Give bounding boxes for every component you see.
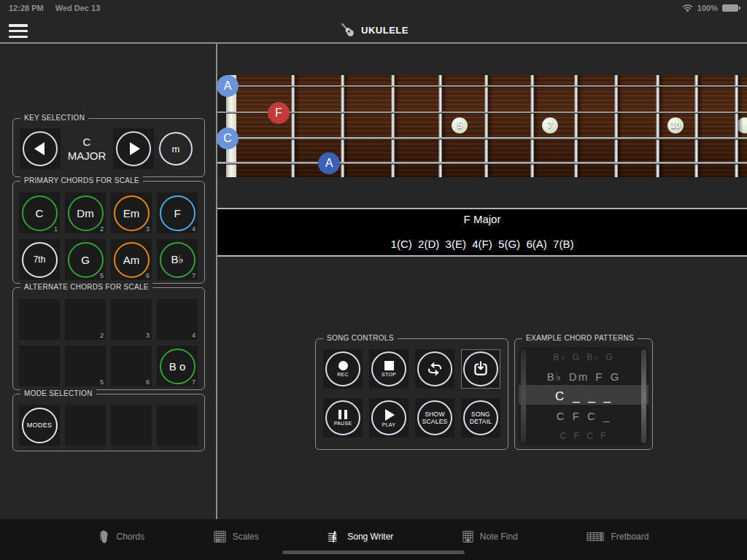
song-detail-button[interactable]: SONGDETAIL — [461, 398, 500, 438]
mode-pad-4[interactable] — [157, 405, 198, 446]
previous-arrow-icon — [34, 142, 44, 155]
string-2 — [217, 112, 747, 113]
alternate-chords-legend: ALTERNATE CHORDS FOR SCALE — [20, 283, 152, 291]
alternate-chords-panel: ALTERNATE CHORDS FOR SCALE 2 3 4 — [12, 287, 205, 390]
stop-icon — [384, 361, 394, 370]
string-1 — [217, 85, 747, 87]
song-writer-tab-icon — [328, 529, 341, 544]
tab-scales[interactable]: Scales — [214, 530, 259, 543]
record-button[interactable]: REC — [323, 349, 363, 389]
picker-scrollbar[interactable] — [641, 349, 646, 443]
current-key-label: C MAJOR — [61, 135, 113, 163]
chord-pad-bflat[interactable]: B♭ 7 — [157, 239, 198, 280]
fret-inlay-7: 7 — [542, 117, 558, 133]
pattern-row[interactable]: C F C F — [527, 426, 640, 446]
header-divider — [0, 42, 747, 44]
chord-pattern-picker[interactable]: B♭ G B♭ G B♭ Dm F G C _ _ _ C F C _ C F … — [519, 347, 649, 446]
export-icon — [471, 359, 490, 378]
string-3 — [217, 137, 747, 139]
fret-inlay-5: 5 — [452, 117, 468, 133]
fret-inlay-10: 10 — [667, 117, 684, 133]
status-time: 12:28 PM — [9, 4, 44, 12]
note-marker-a-open: A — [217, 75, 239, 97]
song-controls-legend: SONG CONTROLS — [323, 334, 398, 342]
app-screen: 12:28 PM Wed Dec 13 100% UKULELE KEY — [0, 0, 747, 560]
loop-icon — [425, 360, 444, 378]
mode-selection-panel: MODE SELECTION MODES — [12, 394, 205, 451]
key-selection-legend: KEY SELECTION — [20, 114, 88, 122]
alt-chord-pad-6[interactable]: 5 — [65, 346, 106, 386]
tab-song-writer[interactable]: Song Writer — [328, 529, 393, 544]
alt-chord-pad-3[interactable]: 3 — [111, 299, 152, 340]
home-indicator[interactable] — [282, 551, 465, 554]
ukulele-icon — [338, 21, 356, 39]
tab-chords[interactable]: Chords — [98, 529, 145, 544]
alt-chord-pad-5[interactable] — [19, 346, 60, 386]
chord-pad-am[interactable]: Am 6 — [111, 239, 152, 280]
note-find-tab-icon — [462, 530, 473, 543]
chord-patterns-panel: EXAMPLE CHORD PATTERNS B♭ G B♭ G B♭ Dm F… — [514, 338, 653, 450]
chords-tab-icon — [98, 529, 110, 544]
chord-pad-c[interactable]: C 1 — [19, 192, 60, 233]
primary-chords-panel: PRIMARY CHORDS FOR SCALE C 1 Dm 2 Em 3 F… — [12, 181, 205, 284]
next-key-button[interactable] — [113, 128, 154, 169]
picker-left-rail — [521, 349, 526, 443]
alt-chord-pad-4[interactable]: 4 — [157, 299, 198, 340]
fretboard-tab-icon — [587, 532, 604, 542]
app-title: UKULELE — [0, 20, 747, 39]
alt-chord-pad-2[interactable]: 2 — [65, 299, 106, 340]
note-marker-c-open: C — [217, 128, 239, 149]
pattern-row[interactable]: B♭ G B♭ G — [527, 347, 640, 367]
song-controls-panel: SONG CONTROLS REC STOP — [315, 338, 508, 450]
fretboard-display: 5 7 10 A F C A — [217, 75, 747, 177]
key-selection-panel: KEY SELECTION C MAJOR m — [12, 118, 205, 177]
alt-chord-pad-1[interactable] — [19, 299, 60, 340]
export-button[interactable] — [461, 349, 500, 389]
scale-degrees: 1(C) 2(D) 3(E) 4(F) 5(G) 6(A) 7(B) — [217, 238, 747, 250]
primary-chords-legend: PRIMARY CHORDS FOR SCALE — [20, 176, 143, 184]
pattern-row[interactable]: C F C _ — [527, 406, 640, 426]
chord-pad-dm[interactable]: Dm 2 — [65, 192, 106, 233]
pause-icon — [338, 410, 347, 419]
mode-selection-legend: MODE SELECTION — [20, 389, 96, 397]
page-title: UKULELE — [361, 25, 409, 36]
stop-button[interactable]: STOP — [369, 349, 409, 389]
chord-patterns-legend: EXAMPLE CHORD PATTERNS — [522, 334, 638, 342]
chord-pad-7th[interactable]: 7th — [19, 239, 60, 280]
chord-pad-em[interactable]: Em 3 — [111, 192, 152, 233]
mode-pad-3[interactable] — [111, 405, 152, 446]
play-icon — [385, 409, 395, 421]
loop-button[interactable] — [415, 349, 454, 389]
minor-toggle-button[interactable]: m — [154, 128, 198, 169]
tab-fretboard[interactable]: Fretboard — [587, 532, 649, 542]
play-button[interactable]: PLAY — [369, 398, 409, 438]
battery-percent: 100% — [697, 4, 718, 12]
chord-pad-f[interactable]: F 4 — [157, 192, 198, 233]
next-arrow-icon — [130, 142, 140, 155]
current-chord-name: F Major — [217, 213, 747, 225]
previous-key-button[interactable] — [20, 128, 61, 169]
show-scales-button[interactable]: SHOWSCALES — [415, 398, 454, 438]
modes-button[interactable]: MODES — [19, 405, 60, 446]
status-bar: 12:28 PM Wed Dec 13 100% — [0, 0, 747, 16]
chord-info-panel: F Major 1(C) 2(D) 3(E) 4(F) 5(G) 6(A) 7(… — [217, 208, 747, 257]
record-icon — [338, 361, 348, 370]
note-marker-f-root: F — [268, 102, 290, 124]
pattern-row[interactable]: B♭ Dm F G — [527, 367, 640, 386]
alt-chord-pad-7[interactable]: 6 — [111, 346, 152, 386]
note-marker-a-fretted: A — [318, 152, 340, 174]
pattern-row-selected[interactable]: C _ _ _ — [527, 386, 640, 406]
string-4 — [217, 162, 747, 164]
wifi-icon — [682, 4, 693, 12]
mode-pad-2[interactable] — [65, 405, 106, 446]
pause-button[interactable]: PAUSE — [323, 398, 363, 438]
status-date: Wed Dec 13 — [55, 4, 101, 12]
chord-pad-g[interactable]: G 5 — [65, 239, 106, 280]
scales-tab-icon — [214, 530, 226, 543]
tab-note-find[interactable]: Note Find — [462, 530, 518, 543]
alt-chord-pad-bdim[interactable]: B o 7 — [157, 346, 198, 386]
battery-icon — [722, 4, 738, 12]
